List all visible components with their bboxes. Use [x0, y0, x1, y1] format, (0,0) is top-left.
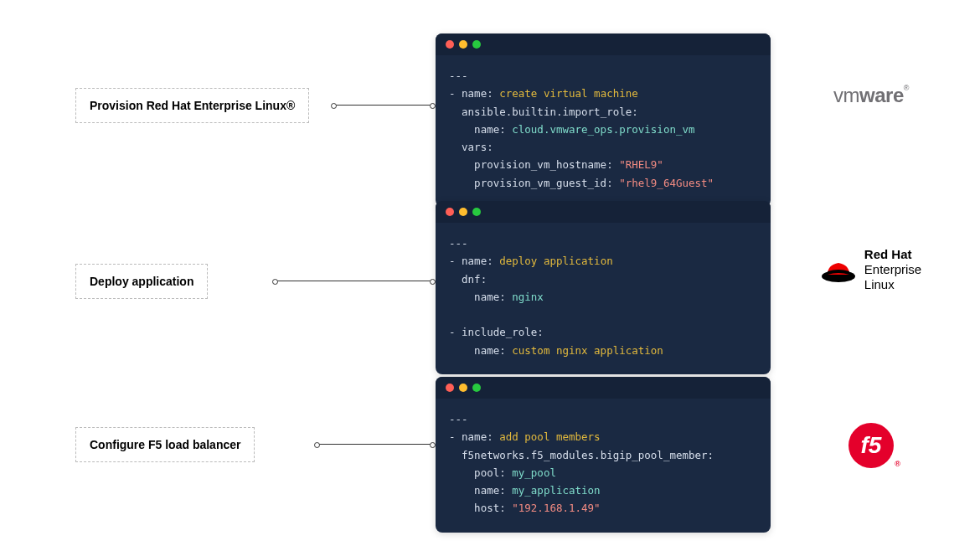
maximize-icon	[472, 384, 481, 392]
redhat-line1: Red Hat	[864, 247, 921, 262]
code-content: --- - name: create virtual machine ansib…	[436, 55, 771, 207]
step-label: Configure F5 load balancer	[75, 427, 255, 462]
step-provision: Provision Red Hat Enterprise Linux® --- …	[50, 33, 930, 184]
close-icon	[446, 384, 454, 392]
step-configure-lb: Configure F5 load balancer --- - name: a…	[50, 377, 930, 519]
redhat-hat-icon	[821, 256, 856, 283]
close-icon	[446, 40, 454, 49]
minimize-icon	[459, 384, 467, 392]
step-deploy: Deploy application --- - name: deploy ap…	[50, 201, 930, 360]
minimize-icon	[459, 208, 467, 216]
registered-mark: ®	[904, 84, 909, 92]
redhat-text: Red Hat Enterprise Linux	[864, 247, 921, 292]
vmware-logo-icon: vmware®	[833, 84, 909, 107]
code-terminal: --- - name: create virtual machine ansib…	[436, 33, 771, 207]
terminal-titlebar	[436, 201, 771, 223]
connector-line	[276, 281, 431, 281]
terminal-titlebar	[436, 377, 771, 399]
code-content: --- - name: deploy application dnf: name…	[436, 223, 771, 374]
vmware-ware: ware	[859, 84, 904, 106]
vendor-logo: vmware®	[787, 84, 955, 107]
terminal-titlebar	[436, 33, 771, 55]
redhat-line3: Linux	[864, 277, 895, 291]
connector-line	[335, 105, 431, 106]
code-terminal: --- - name: deploy application dnf: name…	[436, 201, 771, 374]
vendor-logo: f5	[787, 423, 955, 468]
f5-text: f5	[861, 432, 882, 459]
redhat-logo-icon: Red Hat Enterprise Linux	[821, 247, 921, 292]
f5-logo-icon: f5	[848, 423, 894, 468]
close-icon	[446, 208, 454, 216]
minimize-icon	[459, 40, 467, 49]
step-label: Provision Red Hat Enterprise Linux®	[75, 88, 309, 123]
step-label: Deploy application	[75, 264, 208, 299]
maximize-icon	[472, 40, 481, 49]
code-terminal: --- - name: add pool members f5networks.…	[436, 377, 771, 533]
maximize-icon	[472, 208, 481, 216]
vmware-vm: vm	[833, 84, 859, 106]
redhat-line2: Enterprise	[864, 262, 921, 276]
vendor-logo: Red Hat Enterprise Linux	[787, 247, 955, 292]
code-content: --- - name: add pool members f5networks.…	[436, 399, 771, 533]
connector-line	[318, 444, 431, 445]
